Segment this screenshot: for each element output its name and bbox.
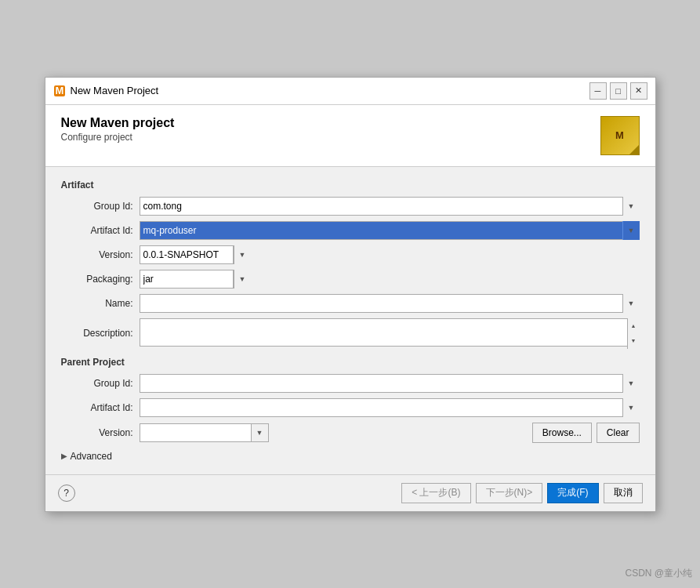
dialog-subtitle: Configure project	[61, 132, 175, 143]
parent-version-row: Version: ▼ Browse... Clear	[61, 423, 640, 443]
cancel-button[interactable]: 取消	[604, 483, 643, 503]
window-title: New Maven Project	[71, 85, 159, 96]
version-label-artifact: Version:	[61, 249, 140, 260]
svg-text:M: M	[55, 85, 63, 96]
back-button[interactable]: < 上一步(B)	[401, 483, 470, 503]
parent-artifact-id-row: Artifact Id: ▼	[61, 398, 640, 417]
group-id-control: ▼	[140, 197, 640, 216]
title-bar: M New Maven Project ─ □ ✕	[45, 78, 655, 105]
description-input[interactable]	[140, 318, 640, 347]
description-label: Description:	[61, 328, 140, 339]
packaging-row: Packaging: ▼	[61, 270, 640, 289]
parent-group-id-row: Group Id: ▼	[61, 374, 640, 393]
group-id-arrow[interactable]: ▼	[622, 197, 640, 216]
artifact-section-label: Artifact	[61, 180, 640, 191]
artifact-id-label: Artifact Id:	[61, 225, 140, 236]
maximize-button[interactable]: □	[610, 82, 627, 100]
packaging-arrow[interactable]: ▼	[234, 270, 251, 289]
close-button[interactable]: ✕	[630, 82, 647, 100]
parent-group-id-control: ▼	[140, 374, 640, 393]
browse-button[interactable]: Browse...	[532, 423, 592, 443]
advanced-arrow-icon: ▶	[61, 452, 67, 460]
name-row: Name: ▼	[61, 294, 640, 313]
title-bar-left: M New Maven Project	[53, 85, 159, 97]
advanced-section[interactable]: ▶ Advanced	[61, 451, 640, 462]
description-wrapper: ▲ ▼	[140, 318, 640, 349]
parent-group-id-input[interactable]	[140, 374, 640, 393]
parent-version-control: ▼ Browse... Clear	[140, 423, 640, 443]
parent-artifact-id-label: Artifact Id:	[61, 402, 140, 413]
help-button[interactable]: ?	[58, 485, 75, 502]
packaging-select-group: ▼	[140, 270, 251, 289]
parent-section: Parent Project Group Id: ▼ Artifact Id:	[61, 357, 640, 443]
clear-button[interactable]: Clear	[597, 423, 640, 443]
dialog-window: M New Maven Project ─ □ ✕ New Maven proj…	[45, 77, 656, 512]
name-dropdown: ▼	[140, 294, 640, 313]
parent-artifact-id-arrow[interactable]: ▼	[622, 398, 640, 417]
group-id-dropdown: ▼	[140, 197, 640, 216]
description-control: ▲ ▼	[140, 318, 640, 349]
finish-button[interactable]: 完成(F)	[547, 483, 598, 503]
version-input[interactable]	[140, 245, 234, 264]
description-spinner: ▲ ▼	[627, 318, 640, 349]
footer-buttons: < 上一步(B) 下一步(N)> 完成(F) 取消	[401, 483, 642, 503]
name-label: Name:	[61, 298, 140, 309]
minimize-button[interactable]: ─	[589, 82, 607, 100]
group-id-input[interactable]	[140, 197, 640, 216]
packaging-label: Packaging:	[61, 274, 140, 285]
version-row-artifact: Version: ▼	[61, 245, 640, 264]
footer-bar: ? < 上一步(B) 下一步(N)> 完成(F) 取消	[45, 474, 655, 511]
window-icon: M	[53, 85, 66, 97]
next-button[interactable]: 下一步(N)>	[476, 483, 543, 503]
parent-version-select-wrapper: ▼	[140, 423, 269, 442]
name-control: ▼	[140, 294, 640, 313]
spinner-down[interactable]: ▼	[628, 333, 640, 349]
parent-artifact-id-control: ▼	[140, 398, 640, 417]
artifact-id-input[interactable]	[140, 221, 640, 240]
title-bar-controls: ─ □ ✕	[589, 82, 647, 100]
content-area: Artifact Group Id: ▼ Artifact Id: ▼	[45, 167, 655, 474]
parent-version-input[interactable]	[140, 423, 252, 442]
maven-logo: M	[600, 116, 640, 155]
parent-artifact-id-input[interactable]	[140, 398, 640, 417]
advanced-label: Advanced	[71, 451, 112, 462]
watermark: CSDN @童小纯	[625, 567, 692, 580]
version-control-artifact: ▼	[140, 245, 640, 264]
spinner-up[interactable]: ▲	[628, 318, 640, 334]
parent-artifact-id-dropdown: ▼	[140, 398, 640, 417]
parent-version-label: Version:	[61, 427, 140, 438]
version-select-group: ▼	[140, 245, 251, 264]
header-section: New Maven project Configure project M	[45, 105, 655, 167]
group-id-label: Group Id:	[61, 201, 140, 212]
artifact-id-dropdown: ▼	[140, 221, 640, 240]
parent-section-label: Parent Project	[61, 357, 640, 368]
version-arrow[interactable]: ▼	[234, 245, 251, 264]
packaging-control: ▼	[140, 270, 640, 289]
parent-group-id-dropdown: ▼	[140, 374, 640, 393]
parent-version-arrow[interactable]: ▼	[252, 423, 269, 442]
description-row: Description: ▲ ▼	[61, 318, 640, 349]
dialog-title: New Maven project	[61, 116, 175, 130]
name-input[interactable]	[140, 294, 640, 313]
packaging-input[interactable]	[140, 270, 234, 289]
group-id-row: Group Id: ▼	[61, 197, 640, 216]
artifact-id-arrow[interactable]: ▼	[622, 221, 640, 240]
parent-group-id-label: Group Id:	[61, 378, 140, 389]
parent-group-id-arrow[interactable]: ▼	[622, 374, 640, 393]
artifact-id-control: ▼	[140, 221, 640, 240]
header-text: New Maven project Configure project	[61, 116, 175, 143]
name-arrow[interactable]: ▼	[622, 294, 640, 313]
artifact-id-row: Artifact Id: ▼	[61, 221, 640, 240]
